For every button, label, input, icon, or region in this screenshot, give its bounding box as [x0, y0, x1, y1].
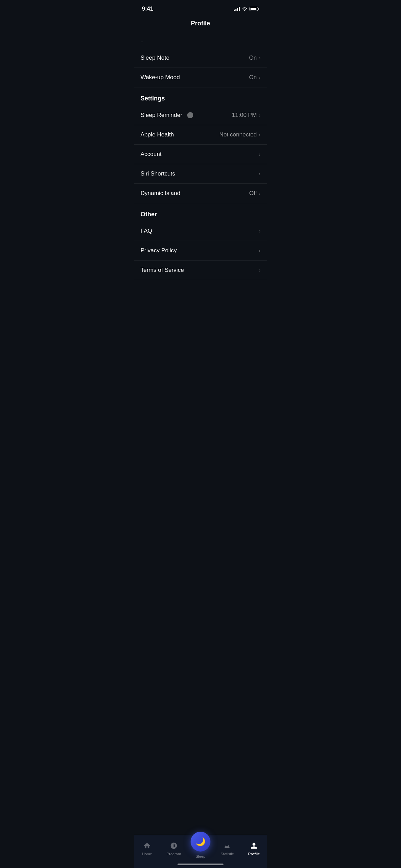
faq-chevron: ›: [259, 228, 260, 234]
siri-shortcuts-label: Siri Shortcuts: [141, 170, 175, 177]
status-bar: 9:41: [134, 0, 267, 16]
apple-health-value: Not connected ›: [219, 131, 260, 138]
faq-value: ›: [259, 228, 260, 234]
signal-icon: [234, 7, 240, 11]
status-time: 9:41: [142, 5, 153, 12]
terms-of-service-label: Terms of Service: [141, 267, 184, 274]
siri-shortcuts-value: ›: [259, 171, 260, 177]
apple-health-label: Apple Health: [141, 131, 174, 138]
privacy-policy-value: ›: [259, 248, 260, 253]
dynamic-island-value: Off ›: [249, 190, 260, 197]
wakeup-mood-value: On ›: [249, 74, 260, 81]
sleep-note-chevron: ›: [259, 55, 260, 61]
sleep-reminder-label: Sleep Reminder: [141, 112, 182, 119]
page-title: Profile: [134, 16, 267, 33]
sleep-note-label: Sleep Note: [141, 55, 169, 61]
sleep-note-row[interactable]: Sleep Note On ›: [134, 48, 267, 68]
privacy-policy-label: Privacy Policy: [141, 247, 177, 254]
terms-of-service-row[interactable]: Terms of Service ›: [134, 261, 267, 280]
other-section-header: Other: [134, 203, 267, 221]
sleep-reminder-toggle[interactable]: [187, 112, 193, 118]
partial-top-row: ...: [134, 33, 267, 48]
wakeup-mood-row[interactable]: Wake-up Mood On ›: [134, 68, 267, 87]
dynamic-island-row[interactable]: Dynamic Island Off ›: [134, 184, 267, 203]
account-value: ›: [259, 152, 260, 157]
sleep-note-value: On ›: [249, 55, 260, 61]
settings-section-header: Settings: [134, 87, 267, 106]
status-icons: [234, 6, 259, 12]
terms-of-service-chevron: ›: [259, 267, 260, 273]
apple-health-row[interactable]: Apple Health Not connected ›: [134, 125, 267, 145]
terms-of-service-value: ›: [259, 267, 260, 273]
faq-row[interactable]: FAQ ›: [134, 221, 267, 241]
privacy-policy-row[interactable]: Privacy Policy ›: [134, 241, 267, 261]
account-row[interactable]: Account ›: [134, 145, 267, 164]
wakeup-mood-chevron: ›: [259, 75, 260, 80]
sleep-reminder-chevron: ›: [259, 112, 260, 118]
battery-icon: [250, 7, 259, 11]
wakeup-mood-label: Wake-up Mood: [141, 74, 180, 81]
account-label: Account: [141, 151, 161, 158]
siri-shortcuts-row[interactable]: Siri Shortcuts ›: [134, 164, 267, 184]
faq-label: FAQ: [141, 228, 152, 234]
wifi-icon: [242, 6, 247, 12]
sleep-reminder-row[interactable]: Sleep Reminder 11:00 PM ›: [134, 106, 267, 125]
account-chevron: ›: [259, 152, 260, 157]
apple-health-chevron: ›: [259, 132, 260, 137]
sleep-reminder-value: 11:00 PM ›: [232, 112, 260, 119]
siri-shortcuts-chevron: ›: [259, 171, 260, 177]
dynamic-island-label: Dynamic Island: [141, 190, 180, 197]
privacy-policy-chevron: ›: [259, 248, 260, 253]
dynamic-island-chevron: ›: [259, 191, 260, 196]
